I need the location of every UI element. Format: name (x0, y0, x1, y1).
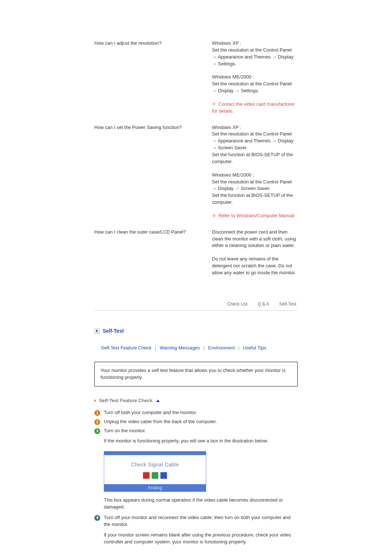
step-text: Turn on the monitor. (104, 428, 298, 434)
after-step3-text: If the monitor is functioning properly, … (104, 438, 298, 445)
qa-answer-block: Windows ME/2000 : Set the resolution at … (212, 74, 298, 94)
feature-title: Self-Test Feature Check (99, 397, 152, 404)
step-list: 4 Turn off your monitor and reconnect th… (94, 514, 298, 528)
selftest-sub-links: Self-Test Feature Check | Warning Messag… (101, 345, 298, 352)
rgb-row (143, 472, 167, 479)
signal-bottom-label: Analog (104, 484, 206, 491)
nav-self-test[interactable]: Self-Test (279, 301, 296, 307)
step-list: 1 Turn off both your computer and the mo… (94, 409, 298, 434)
play-icon (94, 328, 100, 334)
qa-answer: Windows XP : Set the resolution at the C… (212, 124, 298, 219)
step-text: Turn off both your computer and the moni… (104, 409, 298, 416)
step-badge-icon: 1 (94, 410, 100, 416)
triangle-up-icon[interactable] (156, 400, 160, 402)
step-badge-icon: 2 (94, 419, 100, 425)
link-warning-messages[interactable]: Warning Messages (160, 345, 200, 351)
list-item: 1 Turn off both your computer and the mo… (94, 409, 298, 416)
section-nav: Check List Q & A Self-Test (94, 297, 298, 311)
step-text: Unplug the video cable from the back of … (104, 418, 298, 425)
qa-answer-block: Windows ME/2000 : Set the resolution at … (212, 172, 298, 206)
signal-body: Check Signal Cable (104, 455, 206, 484)
link-feature-check[interactable]: Self-Test Feature Check (101, 345, 151, 351)
qa-note-text: Contact the video card manufacturer for … (212, 101, 295, 114)
list-item: 3 Turn on the monitor. (94, 428, 298, 434)
signal-box: Check Signal Cable Analog (104, 451, 298, 492)
qa-row: How can I adjust the resolution? Windows… (94, 40, 298, 115)
rgb-red-icon (143, 472, 150, 479)
link-separator: | (153, 345, 158, 351)
step4-followup: If your monitor screen remains blank aft… (104, 532, 298, 546)
link-separator: | (201, 345, 207, 351)
qa-answer-block: Windows XP : Set the resolution at the C… (212, 40, 298, 67)
link-separator: | (236, 345, 241, 351)
rgb-blue-icon (160, 472, 167, 479)
qa-answer: Disconnect the power cord and then clean… (212, 229, 298, 283)
after-signal-text: This box appears during normal operation… (104, 497, 298, 511)
signal-outer: Check Signal Cable Analog (104, 451, 206, 492)
qa-section: How can I adjust the resolution? Windows… (94, 40, 298, 283)
qa-answer-block: Windows XP : Set the resolution at the C… (212, 124, 298, 165)
qa-question: How can I set the Power Saving function? (94, 124, 203, 131)
qa-answer-block: Do not leave any remains of the detergen… (212, 256, 298, 276)
qa-question: How can I clean the outer case/LCD Panel… (94, 229, 203, 236)
page-root: How can I adjust the resolution? Windows… (47, 0, 345, 555)
signal-top-band (104, 451, 206, 455)
qa-note: ※ Contact the video card manufacturer fo… (212, 101, 298, 115)
qa-row: How can I clean the outer case/LCD Panel… (94, 229, 298, 283)
qa-answer-block: Disconnect the power cord and then clean… (212, 229, 298, 250)
qa-row: How can I set the Power Saving function?… (94, 124, 298, 219)
list-item: 2 Unplug the video cable from the back o… (94, 418, 298, 425)
step-badge-icon: 3 (94, 428, 100, 434)
qa-note: ※ Refer to Windows/Computer Manual (212, 212, 298, 219)
qa-answer: Windows XP : Set the resolution at the C… (212, 40, 298, 115)
rgb-green-icon (152, 472, 158, 479)
triangle-right-icon (94, 399, 96, 402)
signal-text: Check Signal Cable (108, 461, 202, 468)
section-title-row: Self-Test (94, 327, 298, 335)
step-badge-icon: 4 (94, 515, 100, 521)
step-text: Turn off your monitor and reconnect the … (104, 514, 298, 528)
qa-question: How can I adjust the resolution? (94, 40, 203, 47)
selftest-intro-box: Your monitor provides a self test featur… (94, 362, 298, 386)
link-environment[interactable]: Environment (208, 345, 235, 351)
list-item: 4 Turn off your monitor and reconnect th… (94, 514, 298, 528)
note-glyph-icon: ※ (212, 213, 216, 218)
qa-note-text: Refer to Windows/Computer Manual (219, 213, 295, 218)
nav-check-list[interactable]: Check List (227, 301, 248, 307)
link-useful-tips[interactable]: Useful Tips (243, 345, 266, 351)
feature-title-row: Self-Test Feature Check (94, 397, 298, 404)
note-glyph-icon: ※ (212, 101, 216, 107)
section-title: Self-Test (103, 327, 124, 335)
nav-qa[interactable]: Q & A (258, 301, 269, 307)
